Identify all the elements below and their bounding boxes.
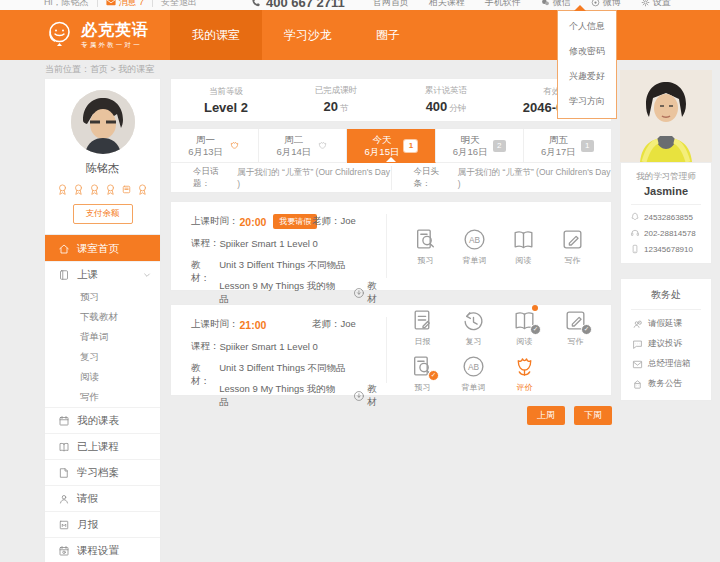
sidebar-item-course-settings[interactable]: 课程设置 — [45, 537, 160, 562]
headline-text: 属于我们的 “儿童节” (Our Children's Day ) — [458, 167, 611, 189]
calendar-icon — [58, 415, 70, 427]
sidebar-item-label: 已上课程 — [77, 440, 119, 454]
daily-report-icon — [410, 308, 435, 333]
logout-link[interactable]: 安全退出 — [161, 0, 197, 9]
action-vocabulary[interactable]: AB 背单词 — [448, 354, 499, 393]
action-label: 阅读 — [516, 255, 532, 266]
download-material-link[interactable]: 教材 — [353, 383, 386, 409]
sidebar-subitem-vocabulary[interactable]: 背单词 — [45, 327, 160, 347]
material-label: 教材： — [191, 362, 219, 388]
sidebar-item-leave[interactable]: 请假 — [45, 485, 160, 511]
day-date: 6月14日 — [276, 146, 311, 158]
office-item-gm-mailbox[interactable]: 总经理信箱 — [621, 358, 711, 370]
contact-number: 202-28814578 — [644, 229, 696, 238]
profile-card: 陈铭杰 支付余额 — [44, 78, 161, 235]
action-reading[interactable]: 阅读 — [511, 227, 536, 266]
topnav-courses[interactable]: 相关课程 — [429, 0, 465, 9]
topnav-weibo[interactable]: 微博 — [591, 0, 621, 9]
logo-title: 必克英语 — [81, 22, 149, 38]
office-item-leave-postpone[interactable]: 请假延课 — [621, 318, 711, 330]
achievement-medals — [45, 183, 160, 196]
sidebar-item-monthly-report[interactable]: 月报 — [45, 511, 160, 537]
download-label: 教材 — [367, 280, 386, 306]
tab-learning-salon[interactable]: 学习沙龙 — [262, 10, 354, 60]
action-daily-report[interactable]: 日报 — [397, 308, 448, 347]
sidebar-item-classroom-home[interactable]: 课室首页 — [45, 235, 160, 261]
weibo-icon — [591, 0, 600, 7]
headline-label: 今日头条： — [414, 166, 455, 190]
sidebar-item-past-courses[interactable]: 已上课程 — [45, 433, 160, 459]
top-utility-bar: Hi，陈铭杰 消息 7 安全退出 400 667 2711 官网首页 相关课程 … — [0, 0, 720, 10]
messages-label: 消息 7 — [119, 0, 145, 9]
action-preview[interactable]: 预习 — [397, 354, 448, 393]
topnav-wechat[interactable]: 微信 — [541, 0, 571, 9]
brand-logo[interactable]: 必克英语 专属外教一对一 — [46, 10, 164, 60]
action-label: 背单词 — [463, 255, 487, 266]
office-item-feedback[interactable]: 建议投诉 — [621, 338, 711, 350]
sidebar-subitem-preview[interactable]: 预习 — [45, 287, 160, 307]
action-evaluate[interactable]: 评价 — [499, 354, 550, 393]
leave-person-icon — [632, 319, 643, 330]
action-preview[interactable]: 预习 — [413, 227, 438, 266]
menu-item-change-password[interactable]: 修改密码 — [558, 39, 616, 64]
action-writing[interactable]: 写作 — [560, 227, 585, 266]
topnav-home[interactable]: 官网首页 — [373, 0, 409, 9]
day-tab-friday[interactable]: 周五 6月17日 1 — [524, 129, 611, 163]
sidebar-menu: 课室首页 上课 预习 下载教材 背单词 复习 阅读 写作 我的课表 已上课程 — [44, 235, 161, 562]
contact-number: 24532863855 — [644, 213, 693, 222]
request-leave-button[interactable]: 我要请假 — [273, 214, 317, 229]
messages-link[interactable]: 消息 7 — [106, 0, 145, 9]
manager-mobile: 12345678910 — [621, 244, 711, 254]
teacher-label: 老师： — [312, 215, 341, 228]
day-tab-today[interactable]: 今天 6月15日 1 — [347, 129, 435, 163]
prev-week-button[interactable]: 上周 — [527, 406, 565, 425]
evaluate-flower-icon — [512, 354, 537, 379]
hotline: 400 667 2711 — [251, 0, 345, 10]
action-vocabulary[interactable]: AB 背单词 — [462, 227, 487, 266]
manager-role: 我的学习管理师 — [621, 171, 711, 183]
day-date: 6月13日 — [188, 146, 223, 158]
sidebar-item-my-schedule[interactable]: 我的课表 — [45, 407, 160, 433]
flower-icon — [316, 139, 329, 152]
tab-my-classroom[interactable]: 我的课室 — [170, 10, 262, 60]
menu-item-interests[interactable]: 兴趣爱好 — [558, 64, 616, 89]
medal-icon — [136, 183, 149, 196]
sidebar-subitem-download-material[interactable]: 下载教材 — [45, 307, 160, 327]
lesson-time: 20:00 — [240, 216, 267, 228]
daily-topics: 今日话题： 属于我们的 “儿童节” (Our Children's Day ) … — [171, 163, 611, 192]
topnav-app[interactable]: 手机软件 — [485, 0, 521, 9]
file-icon — [58, 467, 70, 479]
stat-current-level: 当前等级 Level 2 — [171, 86, 281, 115]
office-item-announcements[interactable]: 教务公告 — [621, 378, 711, 390]
day-tab-tuesday[interactable]: 周二 6月14日 — [259, 129, 347, 163]
download-material-link[interactable]: 教材 — [353, 280, 386, 306]
next-week-button[interactable]: 下周 — [574, 406, 612, 425]
sidebar-item-class[interactable]: 上课 — [45, 261, 160, 287]
topnav-settings[interactable]: 设置 — [641, 0, 671, 9]
action-reading[interactable]: 阅读 — [499, 308, 550, 347]
stat-value: 400 — [426, 99, 448, 114]
action-review[interactable]: 复习 — [448, 308, 499, 347]
divider — [152, 0, 153, 7]
day-tab-tomorrow[interactable]: 明天 6月16日 2 — [436, 129, 524, 163]
pay-balance-button[interactable]: 支付余额 — [73, 204, 133, 224]
medal-icon — [88, 183, 101, 196]
sidebar-item-label: 请假 — [77, 492, 98, 506]
topnav-weibo-label: 微博 — [603, 0, 621, 9]
menu-item-personal-info[interactable]: 个人信息 — [558, 14, 616, 39]
action-writing[interactable]: 写作 — [550, 308, 601, 347]
course-label: 课程： — [191, 237, 220, 250]
sidebar-subitem-reading[interactable]: 阅读 — [45, 367, 160, 387]
time-label: 上课时间： — [191, 215, 239, 228]
download-label: 教材 — [367, 383, 386, 409]
sidebar-subitem-review[interactable]: 复习 — [45, 347, 160, 367]
sidebar-item-learning-archive[interactable]: 学习档案 — [45, 459, 160, 485]
day-tab-monday[interactable]: 周一 6月13日 — [171, 129, 259, 163]
material-lesson: Lesson 9 My Things 我的物品 — [219, 280, 343, 306]
lesson-time: 21:00 — [240, 319, 267, 331]
sidebar-subitem-writing[interactable]: 写作 — [45, 387, 160, 407]
tab-circle[interactable]: 圈子 — [354, 10, 422, 60]
menu-item-learning-direction[interactable]: 学习方向 — [558, 89, 616, 114]
action-label: 预习 — [418, 255, 434, 266]
svg-text:AB: AB — [469, 234, 481, 244]
